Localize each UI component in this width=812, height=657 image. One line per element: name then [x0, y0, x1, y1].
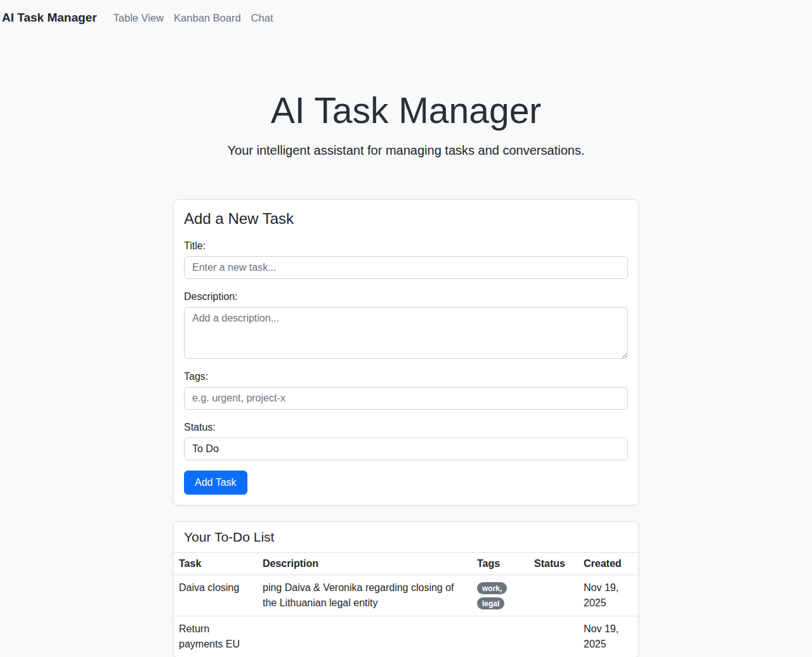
add-task-heading: Add a New Task [184, 210, 628, 228]
tag-badge: legal [477, 597, 504, 609]
todo-table-body: Daiva closingping Daiva & Veronika regar… [174, 575, 638, 657]
title-label: Title: [184, 238, 628, 254]
add-task-button[interactable]: Add Task [184, 471, 247, 495]
cell-tags: work,legal [472, 575, 529, 616]
description-field-group: Description: [184, 289, 628, 359]
cell-tags [472, 616, 529, 657]
table-row: Daiva closingping Daiva & Veronika regar… [174, 575, 638, 616]
nav-link-table-view[interactable]: Table View [114, 12, 164, 24]
cell-created: Nov 19, 2025 [579, 575, 638, 616]
hero-section: AI Task Manager Your intelligent assista… [0, 36, 812, 160]
cell-description: ping Daiva & Veronika regarding closing … [258, 575, 472, 616]
status-label: Status: [184, 420, 628, 435]
cell-task: Return payments EU [174, 616, 258, 657]
todo-table-header-row: Task Description Tags Status Created [174, 553, 638, 575]
column-header-tags: Tags [472, 553, 529, 575]
nav-links: Table View Kanban Board Chat [114, 12, 273, 24]
todo-list-heading: Your To-Do List [184, 529, 628, 545]
cell-description [258, 616, 472, 657]
tags-label: Tags: [184, 369, 628, 384]
tags-field-group: Tags: [184, 369, 628, 410]
todo-table-head: Task Description Tags Status Created [174, 553, 638, 575]
cell-created: Nov 19, 2025 [579, 616, 638, 657]
cell-task: Daiva closing [174, 575, 258, 616]
title-field-group: Title: [184, 238, 628, 279]
description-label: Description: [184, 289, 628, 304]
nav-link-chat[interactable]: Chat [251, 12, 273, 24]
page-title: AI Task Manager [0, 89, 812, 132]
status-select[interactable]: To Do [184, 438, 628, 460]
todo-table: Task Description Tags Status Created Dai… [174, 553, 638, 657]
top-navbar: AI Task Manager Table View Kanban Board … [0, 0, 812, 36]
nav-link-kanban-board[interactable]: Kanban Board [174, 12, 241, 24]
navbar-brand[interactable]: AI Task Manager [2, 11, 97, 25]
cell-status [529, 616, 579, 657]
add-task-card: Add a New Task Title: Description: Tags:… [173, 199, 639, 505]
main-column: Add a New Task Title: Description: Tags:… [173, 199, 639, 657]
page-subtitle: Your intelligent assistant for managing … [0, 141, 812, 160]
description-textarea[interactable] [184, 307, 628, 359]
table-row: Return payments EUNov 19, 2025 [174, 616, 638, 657]
column-header-description: Description [258, 553, 472, 575]
tag-badge: work, [477, 582, 507, 594]
column-header-task: Task [174, 553, 258, 575]
title-input[interactable] [184, 256, 628, 279]
todo-list-header: Your To-Do List [174, 522, 638, 553]
cell-status [529, 575, 579, 616]
column-header-status: Status [529, 553, 579, 575]
status-field-group: Status: To Do [184, 420, 628, 460]
column-header-created: Created [579, 553, 638, 575]
tags-input[interactable] [184, 387, 628, 410]
todo-list-card: Your To-Do List Task Description Tags St… [173, 521, 639, 657]
